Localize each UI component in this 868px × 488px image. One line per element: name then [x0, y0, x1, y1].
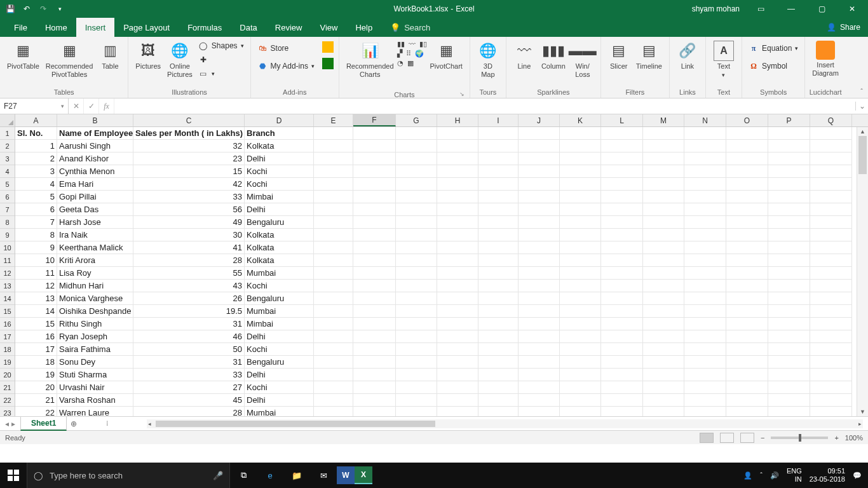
- cell[interactable]: [478, 407, 519, 416]
- cell[interactable]: Mumbai: [245, 407, 314, 416]
- cell[interactable]: [478, 267, 519, 280]
- cell[interactable]: [684, 369, 726, 381]
- cell[interactable]: [810, 165, 852, 178]
- cell[interactable]: 33: [133, 191, 245, 203]
- column-header[interactable]: I: [478, 114, 519, 126]
- cell[interactable]: Aarushi Singh: [57, 140, 133, 152]
- cell[interactable]: Warren Laure: [57, 407, 133, 416]
- cell[interactable]: [726, 127, 768, 140]
- cell[interactable]: [314, 241, 353, 254]
- cell[interactable]: 50: [133, 343, 245, 356]
- row-header[interactable]: 11: [0, 254, 15, 267]
- cell[interactable]: [437, 254, 478, 267]
- cell[interactable]: 26: [133, 292, 245, 305]
- cell[interactable]: [519, 127, 560, 140]
- column-header[interactable]: C: [133, 114, 245, 126]
- collapse-ribbon-icon[interactable]: ˆ: [860, 88, 863, 95]
- cell[interactable]: [726, 216, 768, 229]
- cell[interactable]: [768, 280, 810, 292]
- cell[interactable]: 14: [15, 305, 57, 318]
- cell[interactable]: 1: [15, 140, 57, 152]
- cell[interactable]: 10: [15, 254, 57, 267]
- column-header[interactable]: B: [57, 114, 133, 126]
- sheet-nav-buttons[interactable]: ◂▸: [0, 419, 20, 428]
- cell[interactable]: [810, 407, 852, 416]
- cell[interactable]: Delhi: [245, 369, 314, 381]
- row-header[interactable]: 9: [0, 229, 15, 241]
- cell[interactable]: [396, 356, 437, 369]
- cell[interactable]: [768, 191, 810, 203]
- cell[interactable]: [396, 165, 437, 178]
- taskbar-search[interactable]: ◯ Type here to search 🎤: [27, 463, 230, 488]
- cell[interactable]: 12: [15, 280, 57, 292]
- cell[interactable]: [726, 229, 768, 241]
- excel-icon[interactable]: X: [355, 466, 372, 484]
- row-header[interactable]: 2: [0, 140, 15, 152]
- cell[interactable]: [519, 318, 560, 330]
- cell[interactable]: [519, 152, 560, 165]
- cell[interactable]: [519, 191, 560, 203]
- cell[interactable]: [643, 191, 684, 203]
- cell[interactable]: [768, 152, 810, 165]
- cell[interactable]: [684, 229, 726, 241]
- cell[interactable]: 19: [15, 369, 57, 381]
- cell[interactable]: [478, 241, 519, 254]
- cell[interactable]: [519, 203, 560, 216]
- cell[interactable]: [437, 330, 478, 343]
- cell[interactable]: Anand Kishor: [57, 152, 133, 165]
- cell[interactable]: [643, 140, 684, 152]
- cell[interactable]: [478, 381, 519, 394]
- cell[interactable]: [643, 280, 684, 292]
- cell[interactable]: [437, 140, 478, 152]
- cell[interactable]: [437, 343, 478, 356]
- cell[interactable]: Bengaluru: [245, 292, 314, 305]
- cell[interactable]: 9: [15, 241, 57, 254]
- cell[interactable]: [684, 254, 726, 267]
- cell[interactable]: [314, 280, 353, 292]
- row-header[interactable]: 13: [0, 280, 15, 292]
- cell[interactable]: Gopi Pillai: [57, 191, 133, 203]
- cell[interactable]: Sonu Dey: [57, 356, 133, 369]
- pictures-button[interactable]: 🖼Pictures: [132, 39, 164, 72]
- sparkline-line-button[interactable]: 〰Line: [510, 39, 538, 72]
- cell[interactable]: [437, 292, 478, 305]
- cell[interactable]: [437, 152, 478, 165]
- cell[interactable]: [601, 305, 643, 318]
- cell[interactable]: [684, 381, 726, 394]
- cell[interactable]: [519, 254, 560, 267]
- cell[interactable]: [560, 152, 601, 165]
- text-button[interactable]: AText▾: [710, 39, 738, 80]
- cell[interactable]: [643, 216, 684, 229]
- column-header[interactable]: K: [560, 114, 601, 126]
- cell[interactable]: [643, 381, 684, 394]
- cell[interactable]: [437, 305, 478, 318]
- scroll-thumb[interactable]: [858, 136, 867, 174]
- store-button[interactable]: 🛍Store: [255, 43, 317, 54]
- cell[interactable]: [437, 203, 478, 216]
- sparkline-winloss-button[interactable]: ▬▬Win/ Loss: [569, 39, 597, 80]
- cell[interactable]: [560, 292, 601, 305]
- cell[interactable]: Kolkata: [245, 229, 314, 241]
- icons-button[interactable]: ✚: [196, 54, 247, 65]
- cell[interactable]: Ryan Joseph: [57, 330, 133, 343]
- cell[interactable]: [810, 127, 852, 140]
- cell[interactable]: [601, 140, 643, 152]
- cell[interactable]: [519, 381, 560, 394]
- cell[interactable]: [601, 356, 643, 369]
- cell[interactable]: [768, 254, 810, 267]
- cell[interactable]: [478, 127, 519, 140]
- cell[interactable]: [396, 292, 437, 305]
- cell[interactable]: [810, 305, 852, 318]
- cell[interactable]: Name of Employee: [57, 127, 133, 140]
- cell[interactable]: [726, 241, 768, 254]
- cell[interactable]: [353, 140, 396, 152]
- cell[interactable]: [726, 292, 768, 305]
- sparkline-column-button[interactable]: ▮▮▮Column: [538, 39, 569, 72]
- cell[interactable]: [437, 191, 478, 203]
- cell[interactable]: [643, 254, 684, 267]
- cell[interactable]: [560, 165, 601, 178]
- cell[interactable]: [810, 140, 852, 152]
- cell[interactable]: [601, 280, 643, 292]
- cell[interactable]: [353, 280, 396, 292]
- cell[interactable]: [437, 165, 478, 178]
